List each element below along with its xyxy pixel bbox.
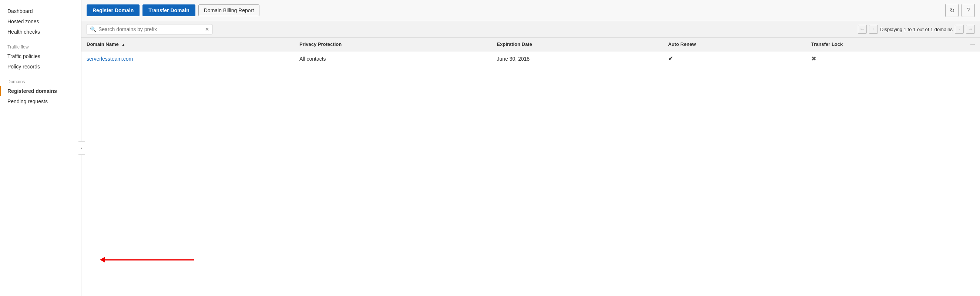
help-icon: ? bbox=[967, 7, 970, 14]
help-button[interactable]: ? bbox=[961, 4, 975, 17]
col-options-icon: ― bbox=[970, 41, 975, 47]
pagination-next-button[interactable]: › bbox=[955, 25, 964, 33]
domain-billing-report-button[interactable]: Domain Billing Report bbox=[198, 5, 259, 16]
sidebar-item-hosted-zones[interactable]: Hosted zones bbox=[0, 16, 81, 27]
pagination-last-button[interactable]: ⇥ bbox=[966, 25, 975, 33]
table-header-row: Domain Name ▲ Privacy Protection Expirat… bbox=[81, 38, 980, 51]
cell-domain-name: serverlessteam.com bbox=[81, 51, 294, 66]
transfer-lock-cross: ✖ bbox=[811, 56, 816, 62]
pagination-prev-icon: ‹ bbox=[873, 27, 874, 32]
cell-transfer-lock: ✖ bbox=[806, 51, 980, 66]
pagination-last-icon: ⇥ bbox=[969, 27, 972, 32]
cell-auto-renew: ✔ bbox=[663, 51, 806, 66]
pagination-first-button[interactable]: ⇤ bbox=[858, 25, 867, 33]
transfer-domain-button[interactable]: Transfer Domain bbox=[143, 5, 195, 16]
pagination-next-icon: › bbox=[959, 27, 960, 32]
search-icon: 🔍 bbox=[90, 26, 96, 32]
refresh-button[interactable]: ↻ bbox=[945, 4, 959, 17]
domain-name-link[interactable]: serverlessteam.com bbox=[87, 56, 133, 62]
sidebar-item-registered-domains[interactable]: Registered domains bbox=[0, 86, 81, 96]
domains-table-wrap: Domain Name ▲ Privacy Protection Expirat… bbox=[81, 38, 980, 296]
refresh-icon: ↻ bbox=[950, 7, 955, 14]
search-input[interactable] bbox=[99, 26, 203, 32]
clear-search-icon[interactable]: ✕ bbox=[205, 27, 209, 32]
cell-expiration-date: June 30, 2018 bbox=[492, 51, 663, 66]
toolbar: Register Domain Transfer Domain Domain B… bbox=[81, 0, 980, 21]
pagination-text: Displaying 1 to 1 out of 1 domains bbox=[880, 27, 953, 32]
pagination-first-icon: ⇤ bbox=[861, 27, 864, 32]
sidebar-item-health-checks[interactable]: Health checks bbox=[0, 27, 81, 37]
register-domain-button[interactable]: Register Domain bbox=[87, 5, 140, 16]
pagination-info: ⇤ ‹ Displaying 1 to 1 out of 1 domains ›… bbox=[858, 25, 975, 33]
col-header-privacy-protection: Privacy Protection bbox=[294, 38, 492, 51]
col-header-expiration-date: Expiration Date bbox=[492, 38, 663, 51]
section-label-traffic-flow: Traffic flow bbox=[0, 40, 81, 51]
col-header-transfer-lock: Transfer Lock ― bbox=[806, 38, 980, 51]
sidebar-item-dashboard[interactable]: Dashboard bbox=[0, 6, 81, 16]
col-header-auto-renew: Auto Renew bbox=[663, 38, 806, 51]
pagination-prev-button[interactable]: ‹ bbox=[869, 25, 878, 33]
search-bar: 🔍 ✕ ⇤ ‹ Displaying 1 to 1 out of 1 domai… bbox=[81, 21, 980, 38]
auto-renew-check: ✔ bbox=[668, 56, 673, 62]
sidebar-item-traffic-policies[interactable]: Traffic policies bbox=[0, 51, 81, 61]
search-input-wrap: 🔍 ✕ bbox=[87, 24, 212, 34]
table-row: serverlessteam.com All contacts June 30,… bbox=[81, 51, 980, 66]
section-label-domains: Domains bbox=[0, 75, 81, 86]
sidebar-item-policy-records[interactable]: Policy records bbox=[0, 61, 81, 72]
sidebar-item-pending-requests[interactable]: Pending requests bbox=[0, 96, 81, 107]
col-header-domain-name[interactable]: Domain Name ▲ bbox=[81, 38, 294, 51]
sort-arrow-domain-name: ▲ bbox=[121, 43, 125, 47]
sidebar-collapse-button[interactable]: ‹ bbox=[78, 141, 85, 155]
sidebar: Dashboard Hosted zones Health checks Tra… bbox=[0, 0, 81, 296]
main-content: Register Domain Transfer Domain Domain B… bbox=[81, 0, 980, 296]
cell-privacy-protection: All contacts bbox=[294, 51, 492, 66]
domains-table: Domain Name ▲ Privacy Protection Expirat… bbox=[81, 38, 980, 66]
